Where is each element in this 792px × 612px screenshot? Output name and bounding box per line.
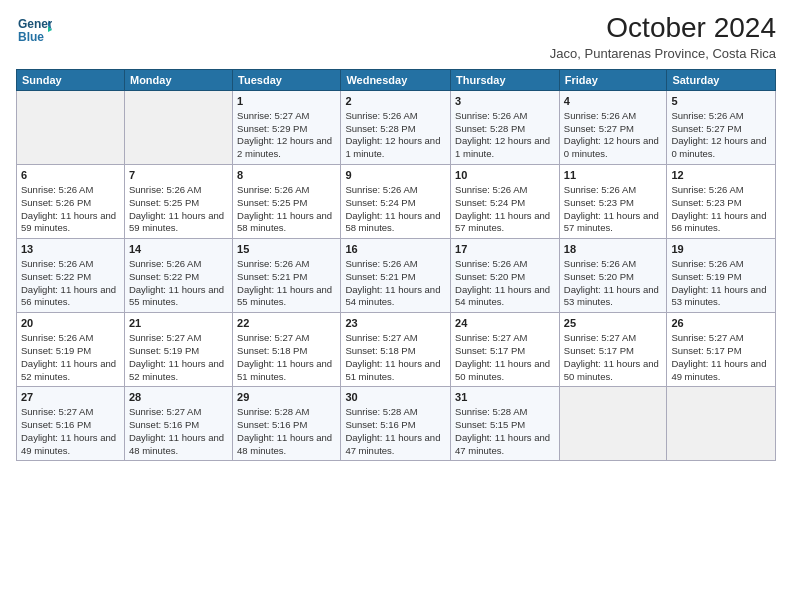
calendar-cell: 25Sunrise: 5:27 AMSunset: 5:17 PMDayligh… — [559, 313, 667, 387]
day-number: 22 — [237, 316, 336, 331]
calendar-cell: 8Sunrise: 5:26 AMSunset: 5:25 PMDaylight… — [233, 165, 341, 239]
calendar-cell: 20Sunrise: 5:26 AMSunset: 5:19 PMDayligh… — [17, 313, 125, 387]
day-info: Sunrise: 5:26 AMSunset: 5:19 PMDaylight:… — [671, 258, 771, 309]
calendar-cell: 17Sunrise: 5:26 AMSunset: 5:20 PMDayligh… — [451, 239, 560, 313]
day-number: 31 — [455, 390, 555, 405]
day-info: Sunrise: 5:28 AMSunset: 5:15 PMDaylight:… — [455, 406, 555, 457]
day-info: Sunrise: 5:27 AMSunset: 5:29 PMDaylight:… — [237, 110, 336, 161]
calendar-cell: 16Sunrise: 5:26 AMSunset: 5:21 PMDayligh… — [341, 239, 451, 313]
calendar-cell: 9Sunrise: 5:26 AMSunset: 5:24 PMDaylight… — [341, 165, 451, 239]
page: General Blue October 2024 Jaco, Puntaren… — [0, 0, 792, 612]
calendar-cell — [559, 387, 667, 461]
day-number: 7 — [129, 168, 228, 183]
day-info: Sunrise: 5:26 AMSunset: 5:27 PMDaylight:… — [671, 110, 771, 161]
day-number: 27 — [21, 390, 120, 405]
day-number: 24 — [455, 316, 555, 331]
calendar-week-3: 13Sunrise: 5:26 AMSunset: 5:22 PMDayligh… — [17, 239, 776, 313]
location-title: Jaco, Puntarenas Province, Costa Rica — [550, 46, 776, 61]
day-info: Sunrise: 5:27 AMSunset: 5:17 PMDaylight:… — [564, 332, 663, 383]
svg-text:General: General — [18, 17, 52, 31]
calendar-week-5: 27Sunrise: 5:27 AMSunset: 5:16 PMDayligh… — [17, 387, 776, 461]
day-number: 16 — [345, 242, 446, 257]
calendar-cell: 28Sunrise: 5:27 AMSunset: 5:16 PMDayligh… — [124, 387, 232, 461]
calendar-cell: 5Sunrise: 5:26 AMSunset: 5:27 PMDaylight… — [667, 91, 776, 165]
weekday-header-friday: Friday — [559, 70, 667, 91]
calendar-cell: 2Sunrise: 5:26 AMSunset: 5:28 PMDaylight… — [341, 91, 451, 165]
day-info: Sunrise: 5:26 AMSunset: 5:25 PMDaylight:… — [129, 184, 228, 235]
day-number: 17 — [455, 242, 555, 257]
day-number: 5 — [671, 94, 771, 109]
day-number: 3 — [455, 94, 555, 109]
calendar-cell: 19Sunrise: 5:26 AMSunset: 5:19 PMDayligh… — [667, 239, 776, 313]
day-number: 30 — [345, 390, 446, 405]
calendar-cell: 30Sunrise: 5:28 AMSunset: 5:16 PMDayligh… — [341, 387, 451, 461]
calendar-cell: 18Sunrise: 5:26 AMSunset: 5:20 PMDayligh… — [559, 239, 667, 313]
day-info: Sunrise: 5:27 AMSunset: 5:17 PMDaylight:… — [455, 332, 555, 383]
day-info: Sunrise: 5:26 AMSunset: 5:28 PMDaylight:… — [345, 110, 446, 161]
day-info: Sunrise: 5:27 AMSunset: 5:18 PMDaylight:… — [345, 332, 446, 383]
calendar-cell: 21Sunrise: 5:27 AMSunset: 5:19 PMDayligh… — [124, 313, 232, 387]
weekday-header-sunday: Sunday — [17, 70, 125, 91]
calendar-week-4: 20Sunrise: 5:26 AMSunset: 5:19 PMDayligh… — [17, 313, 776, 387]
day-info: Sunrise: 5:26 AMSunset: 5:23 PMDaylight:… — [671, 184, 771, 235]
day-number: 20 — [21, 316, 120, 331]
day-info: Sunrise: 5:26 AMSunset: 5:26 PMDaylight:… — [21, 184, 120, 235]
calendar-cell: 15Sunrise: 5:26 AMSunset: 5:21 PMDayligh… — [233, 239, 341, 313]
day-info: Sunrise: 5:26 AMSunset: 5:24 PMDaylight:… — [345, 184, 446, 235]
day-number: 26 — [671, 316, 771, 331]
svg-text:Blue: Blue — [18, 30, 44, 44]
day-info: Sunrise: 5:27 AMSunset: 5:16 PMDaylight:… — [21, 406, 120, 457]
month-title: October 2024 — [550, 12, 776, 44]
calendar-cell: 6Sunrise: 5:26 AMSunset: 5:26 PMDaylight… — [17, 165, 125, 239]
day-info: Sunrise: 5:26 AMSunset: 5:21 PMDaylight:… — [237, 258, 336, 309]
day-number: 10 — [455, 168, 555, 183]
weekday-header-tuesday: Tuesday — [233, 70, 341, 91]
day-info: Sunrise: 5:27 AMSunset: 5:19 PMDaylight:… — [129, 332, 228, 383]
day-number: 29 — [237, 390, 336, 405]
logo: General Blue — [16, 12, 56, 48]
day-info: Sunrise: 5:26 AMSunset: 5:28 PMDaylight:… — [455, 110, 555, 161]
day-number: 21 — [129, 316, 228, 331]
day-info: Sunrise: 5:26 AMSunset: 5:23 PMDaylight:… — [564, 184, 663, 235]
calendar-cell: 4Sunrise: 5:26 AMSunset: 5:27 PMDaylight… — [559, 91, 667, 165]
weekday-header-monday: Monday — [124, 70, 232, 91]
day-number: 4 — [564, 94, 663, 109]
calendar-cell: 10Sunrise: 5:26 AMSunset: 5:24 PMDayligh… — [451, 165, 560, 239]
calendar-cell: 12Sunrise: 5:26 AMSunset: 5:23 PMDayligh… — [667, 165, 776, 239]
calendar-cell: 22Sunrise: 5:27 AMSunset: 5:18 PMDayligh… — [233, 313, 341, 387]
day-number: 18 — [564, 242, 663, 257]
day-info: Sunrise: 5:27 AMSunset: 5:18 PMDaylight:… — [237, 332, 336, 383]
day-number: 19 — [671, 242, 771, 257]
calendar-cell: 31Sunrise: 5:28 AMSunset: 5:15 PMDayligh… — [451, 387, 560, 461]
day-info: Sunrise: 5:26 AMSunset: 5:27 PMDaylight:… — [564, 110, 663, 161]
day-info: Sunrise: 5:27 AMSunset: 5:16 PMDaylight:… — [129, 406, 228, 457]
header: General Blue October 2024 Jaco, Puntaren… — [16, 12, 776, 61]
calendar-cell: 13Sunrise: 5:26 AMSunset: 5:22 PMDayligh… — [17, 239, 125, 313]
day-number: 8 — [237, 168, 336, 183]
calendar-cell: 24Sunrise: 5:27 AMSunset: 5:17 PMDayligh… — [451, 313, 560, 387]
title-block: October 2024 Jaco, Puntarenas Province, … — [550, 12, 776, 61]
calendar-cell: 3Sunrise: 5:26 AMSunset: 5:28 PMDaylight… — [451, 91, 560, 165]
day-info: Sunrise: 5:26 AMSunset: 5:25 PMDaylight:… — [237, 184, 336, 235]
calendar-cell: 1Sunrise: 5:27 AMSunset: 5:29 PMDaylight… — [233, 91, 341, 165]
weekday-header-row: SundayMondayTuesdayWednesdayThursdayFrid… — [17, 70, 776, 91]
day-number: 23 — [345, 316, 446, 331]
day-info: Sunrise: 5:26 AMSunset: 5:22 PMDaylight:… — [21, 258, 120, 309]
calendar-cell: 27Sunrise: 5:27 AMSunset: 5:16 PMDayligh… — [17, 387, 125, 461]
calendar-cell: 26Sunrise: 5:27 AMSunset: 5:17 PMDayligh… — [667, 313, 776, 387]
day-info: Sunrise: 5:26 AMSunset: 5:21 PMDaylight:… — [345, 258, 446, 309]
calendar-cell — [17, 91, 125, 165]
logo-icon: General Blue — [16, 12, 52, 48]
day-info: Sunrise: 5:28 AMSunset: 5:16 PMDaylight:… — [345, 406, 446, 457]
day-number: 1 — [237, 94, 336, 109]
day-number: 9 — [345, 168, 446, 183]
day-number: 12 — [671, 168, 771, 183]
day-info: Sunrise: 5:26 AMSunset: 5:24 PMDaylight:… — [455, 184, 555, 235]
calendar-cell: 29Sunrise: 5:28 AMSunset: 5:16 PMDayligh… — [233, 387, 341, 461]
day-number: 28 — [129, 390, 228, 405]
day-number: 6 — [21, 168, 120, 183]
calendar-week-1: 1Sunrise: 5:27 AMSunset: 5:29 PMDaylight… — [17, 91, 776, 165]
calendar-cell — [667, 387, 776, 461]
day-info: Sunrise: 5:27 AMSunset: 5:17 PMDaylight:… — [671, 332, 771, 383]
day-number: 11 — [564, 168, 663, 183]
